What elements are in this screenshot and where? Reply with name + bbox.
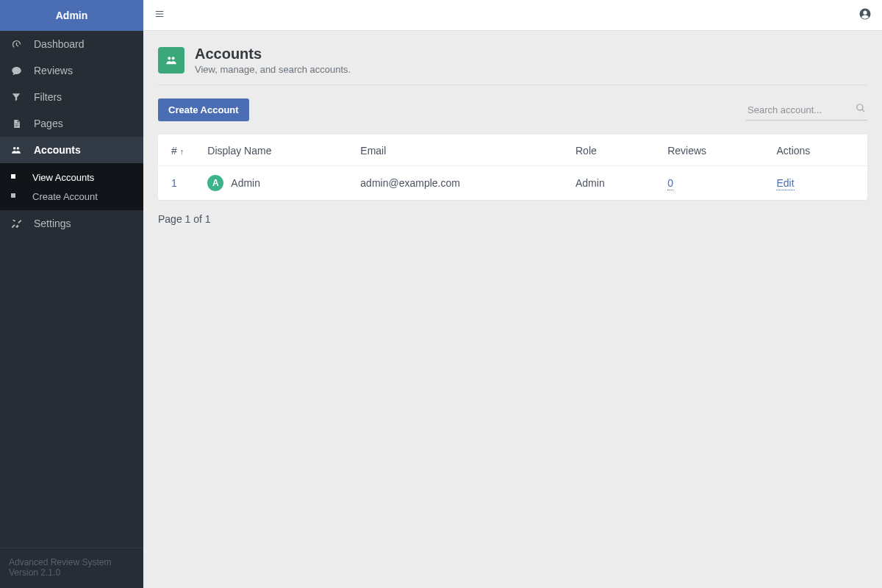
accounts-header-icon xyxy=(158,47,184,74)
sidebar-item-dashboard[interactable]: Dashboard xyxy=(0,31,143,57)
row-email: admin@example.com xyxy=(348,166,564,201)
sidebar-item-settings[interactable]: Settings xyxy=(0,210,143,237)
svg-rect-0 xyxy=(11,174,15,179)
th-display-name[interactable]: Display Name xyxy=(196,135,348,166)
user-menu-icon[interactable] xyxy=(858,7,872,23)
filter-icon xyxy=(10,91,22,103)
accounts-table: #↑ Display Name Email Role Reviews Actio… xyxy=(158,135,867,200)
page-title: Accounts xyxy=(195,46,351,62)
sidebar-item-label: Reviews xyxy=(34,65,73,76)
row-id-link[interactable]: 1 xyxy=(171,177,177,189)
brand-text: Admin xyxy=(56,10,88,21)
sidebar: Admin Dashboard Reviews Filters xyxy=(0,0,143,588)
row-display-name: Admin xyxy=(231,177,260,189)
avatar: A xyxy=(207,175,223,191)
footer-app-name: Advanced Review System xyxy=(9,557,135,567)
sidebar-item-accounts[interactable]: Accounts xyxy=(0,137,143,163)
th-reviews[interactable]: Reviews xyxy=(656,135,764,166)
sidebar-sub-create-account[interactable]: Create Account xyxy=(0,187,143,206)
row-edit-link[interactable]: Edit xyxy=(776,177,794,190)
sidebar-sub-label: View Accounts xyxy=(32,172,94,183)
file-icon xyxy=(10,118,22,129)
page-header: Accounts View, manage, and search accoun… xyxy=(158,46,867,85)
search-input[interactable] xyxy=(746,100,867,121)
menu-toggle-icon[interactable] xyxy=(154,9,165,21)
row-reviews-link[interactable]: 0 xyxy=(667,177,673,190)
sidebar-nav: Dashboard Reviews Filters Pages xyxy=(0,31,143,548)
table-row: 1 A Admin admin@example.com Admin 0 Edit xyxy=(158,166,867,201)
th-actions: Actions xyxy=(764,135,867,166)
row-role: Admin xyxy=(564,166,656,201)
th-id[interactable]: #↑ xyxy=(158,135,196,166)
sidebar-sub-label: Create Account xyxy=(32,191,98,202)
bullet-icon xyxy=(10,193,18,200)
sidebar-item-label: Pages xyxy=(34,118,63,129)
tools-icon xyxy=(10,218,22,229)
users-icon xyxy=(10,144,22,156)
th-email[interactable]: Email xyxy=(348,135,564,166)
sidebar-item-label: Accounts xyxy=(34,144,81,156)
sidebar-footer: Advanced Review System Version 2.1.0 xyxy=(0,548,143,588)
sidebar-item-label: Filters xyxy=(34,91,62,103)
sort-asc-icon: ↑ xyxy=(180,147,184,156)
comment-icon xyxy=(10,65,22,76)
sidebar-sub-view-accounts[interactable]: View Accounts xyxy=(0,168,143,187)
sidebar-item-reviews[interactable]: Reviews xyxy=(0,57,143,84)
sidebar-brand[interactable]: Admin xyxy=(0,0,143,31)
topbar xyxy=(143,0,882,31)
sidebar-item-filters[interactable]: Filters xyxy=(0,84,143,110)
svg-rect-1 xyxy=(11,193,15,198)
th-role[interactable]: Role xyxy=(564,135,656,166)
bullet-icon xyxy=(10,173,18,181)
pagination-text: Page 1 of 1 xyxy=(158,213,867,225)
footer-version: Version 2.1.0 xyxy=(9,567,135,578)
sidebar-item-pages[interactable]: Pages xyxy=(0,110,143,137)
search-icon[interactable] xyxy=(856,103,866,115)
create-account-button[interactable]: Create Account xyxy=(158,98,249,121)
sidebar-item-label: Settings xyxy=(34,218,71,229)
sidebar-item-label: Dashboard xyxy=(34,38,85,50)
gauge-icon xyxy=(10,38,22,50)
page-subtitle: View, manage, and search accounts. xyxy=(195,64,351,75)
sidebar-sub-accounts: View Accounts Create Account xyxy=(0,163,143,210)
